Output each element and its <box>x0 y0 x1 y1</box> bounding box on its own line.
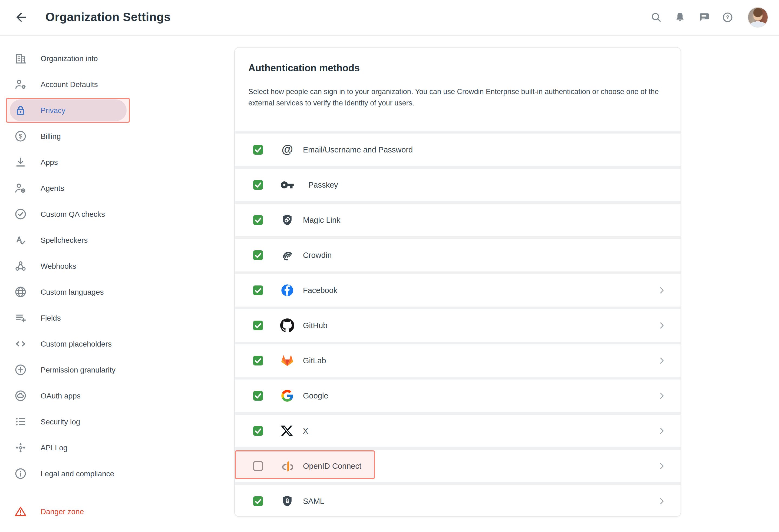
sidebar-item-oauth-apps[interactable]: OAuth apps <box>0 383 162 409</box>
sidebar-item-label: Agents <box>41 175 64 201</box>
chevron-right-icon[interactable] <box>657 356 666 365</box>
sidebar-item-label: Apps <box>41 149 58 175</box>
sidebar-item-apps[interactable]: Apps <box>0 149 162 175</box>
method-label: GitLab <box>303 344 326 377</box>
building-icon <box>14 52 27 65</box>
list-icon <box>14 415 27 428</box>
search-icon[interactable] <box>650 11 662 23</box>
checkmark-icon <box>253 285 263 295</box>
api-diamonds-icon <box>14 441 27 454</box>
method-label: Crowdin <box>303 239 332 271</box>
back-button[interactable] <box>14 10 28 24</box>
sidebar-item-api-log[interactable]: API Log <box>0 435 162 461</box>
method-checkbox-checked[interactable] <box>253 215 263 225</box>
checkmark-icon <box>253 180 263 190</box>
sidebar-item-label: Account Defaults <box>41 71 98 97</box>
sidebar-item-danger-zone[interactable]: Danger zone <box>0 498 162 524</box>
auth-method-row-github[interactable]: GitHub <box>235 307 680 342</box>
auth-method-row-magic-link[interactable]: Magic Link <box>235 201 680 236</box>
chat-icon[interactable] <box>698 11 710 23</box>
shield-lock-icon <box>280 494 294 508</box>
sidebar-item-label: Custom placeholders <box>41 331 112 357</box>
method-checkbox-checked[interactable] <box>253 426 263 436</box>
chevron-right-icon[interactable] <box>657 461 666 471</box>
sidebar-item-label: Fields <box>41 305 61 331</box>
chevron-right-icon[interactable] <box>657 496 666 506</box>
person-gear-icon <box>14 78 27 91</box>
annotation-highlight-box <box>235 450 375 479</box>
sidebar-item-fields[interactable]: Fields <box>0 305 162 331</box>
sidebar-item-label: Webhooks <box>41 253 76 279</box>
sidebar-item-legal-and-compliance[interactable]: Legal and compliance <box>0 461 162 486</box>
auth-method-row-crowdin[interactable]: Crowdin <box>235 236 680 271</box>
auth-method-row-google[interactable]: Google <box>235 377 680 412</box>
sidebar-item-custom-placeholders[interactable]: Custom placeholders <box>0 331 162 357</box>
webhook-icon <box>14 260 27 272</box>
sidebar-item-webhooks[interactable]: Webhooks <box>0 253 162 279</box>
globe-icon <box>14 285 27 298</box>
annotation-highlight-box <box>6 98 130 123</box>
card-description: Select how people can sign in to your or… <box>235 74 680 109</box>
auth-method-row-facebook[interactable]: Facebook <box>235 271 680 307</box>
sidebar-item-agents[interactable]: Agents <box>0 175 162 201</box>
auth-method-row-email-username-and-password[interactable]: Email/Username and Password <box>235 131 680 166</box>
method-checkbox-checked[interactable] <box>253 250 263 260</box>
method-label: GitHub <box>303 309 327 342</box>
at-sign-icon <box>280 143 294 157</box>
spellcheck-icon <box>14 234 27 247</box>
auth-method-row-gitlab[interactable]: GitLab <box>235 342 680 377</box>
checkmark-icon <box>253 496 263 506</box>
page-title: Organization Settings <box>46 0 171 35</box>
auth-method-row-openid-connect[interactable]: OpenID Connect <box>235 447 680 482</box>
checkmark-icon <box>253 356 263 365</box>
sidebar-item-label: API Log <box>41 435 68 461</box>
sidebar-item-label: Danger zone <box>41 498 84 524</box>
check-circle-icon <box>14 208 27 220</box>
header-actions <box>650 0 768 35</box>
chevron-right-icon[interactable] <box>657 321 666 330</box>
method-label: X <box>303 415 308 447</box>
person-box-icon <box>14 182 27 195</box>
arrow-back-icon <box>14 10 28 24</box>
method-checkbox-checked[interactable] <box>253 356 263 365</box>
sidebar-item-label: Legal and compliance <box>41 461 114 486</box>
sidebar-item-security-log[interactable]: Security log <box>0 409 162 435</box>
checkmark-icon <box>253 145 263 155</box>
auth-method-row-x[interactable]: X <box>235 412 680 447</box>
chevron-right-icon[interactable] <box>657 285 666 295</box>
authentication-methods-card: Authentication methods Select how people… <box>234 47 681 517</box>
github-icon <box>280 319 294 332</box>
sidebar-item-label: Billing <box>41 123 61 149</box>
dollar-circle-icon <box>14 130 27 143</box>
help-icon[interactable] <box>722 11 733 23</box>
sidebar-item-organization-info[interactable]: Organization info <box>0 46 162 71</box>
method-checkbox-checked[interactable] <box>253 391 263 401</box>
google-icon <box>280 389 294 403</box>
facebook-icon <box>280 283 294 297</box>
sidebar-item-privacy[interactable]: Privacy <box>0 97 162 123</box>
sidebar-item-billing[interactable]: Billing <box>0 123 162 149</box>
sidebar-item-account-defaults[interactable]: Account Defaults <box>0 71 162 97</box>
user-avatar[interactable] <box>747 7 768 27</box>
sidebar-item-custom-qa-checks[interactable]: Custom QA checks <box>0 201 162 227</box>
method-checkbox-checked[interactable] <box>253 145 263 155</box>
top-header: Organization Settings <box>0 0 779 36</box>
chevron-right-icon[interactable] <box>657 391 666 401</box>
method-checkbox-checked[interactable] <box>253 285 263 295</box>
method-label: Facebook <box>303 274 337 307</box>
method-checkbox-checked[interactable] <box>253 321 263 330</box>
sidebar-item-spellcheckers[interactable]: Spellcheckers <box>0 227 162 253</box>
sidebar-item-label: Spellcheckers <box>41 227 87 253</box>
sidebar-item-custom-languages[interactable]: Custom languages <box>0 279 162 305</box>
method-checkbox-checked[interactable] <box>253 496 263 506</box>
bell-icon[interactable] <box>674 11 686 23</box>
method-checkbox-checked[interactable] <box>253 180 263 190</box>
chevron-right-icon[interactable] <box>657 426 666 436</box>
x-logo-icon <box>280 424 294 438</box>
auth-method-row-saml[interactable]: SAML <box>235 482 680 517</box>
auth-method-row-passkey[interactable]: Passkey <box>235 166 680 201</box>
crowdin-icon <box>280 248 294 262</box>
sidebar-item-permission-granularity[interactable]: Permission granularity <box>0 357 162 383</box>
playlist-add-icon <box>14 312 27 324</box>
sidebar-nav: Organization info Account Defaults Priva… <box>0 36 162 524</box>
